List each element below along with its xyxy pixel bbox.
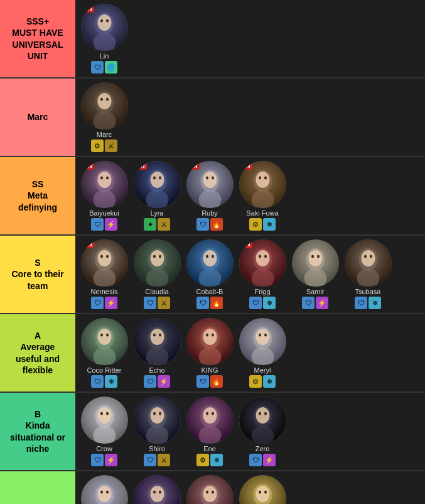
cn-badge: CN — [188, 162, 200, 170]
list-item[interactable]: Zero🛡⚡ — [237, 397, 288, 466]
list-item[interactable]: Huma🛡🔥 — [185, 475, 235, 504]
list-item[interactable]: CNRuby🛡🔥 — [185, 161, 235, 231]
list-item[interactable]: Pepper🛡⚡ — [237, 475, 288, 504]
character-icons: 🛡❄ — [91, 375, 117, 388]
character-icons: 🛡🌀 — [91, 61, 117, 74]
list-item[interactable]: Ene⚙❄ — [185, 397, 235, 466]
list-item[interactable]: Shiro🛡⚔ — [132, 397, 182, 466]
svg-point-26 — [159, 177, 161, 180]
svg-point-145 — [106, 491, 109, 494]
avatar: CN — [239, 239, 286, 287]
tier-content-sss: CNLin🛡🌀 — [75, 0, 425, 77]
svg-point-96 — [159, 334, 161, 337]
tier-label-b: B Kinda situational or niche — [0, 393, 75, 470]
svg-point-11 — [100, 98, 103, 101]
character-icons: 🛡⚡ — [249, 454, 276, 466]
list-item[interactable]: Samir🛡⚡ — [290, 239, 340, 309]
svg-point-61 — [212, 255, 214, 258]
lightning-icon: ⚡ — [105, 218, 117, 231]
ice-icon: ❄ — [210, 454, 223, 466]
avatar — [134, 239, 181, 287]
character-name: Samir — [306, 288, 325, 295]
svg-point-81 — [364, 255, 367, 258]
svg-point-136 — [256, 407, 269, 424]
svg-point-66 — [256, 250, 269, 266]
list-item[interactable]: CNSaki Fuwa⚙❄ — [237, 161, 288, 231]
list-item[interactable]: CNLyra✦⚔ — [132, 161, 182, 231]
svg-point-101 — [203, 329, 217, 345]
avatar — [239, 397, 286, 444]
character-name: Echo — [149, 366, 164, 374]
list-item[interactable]: CNLin🛡🌀 — [79, 4, 129, 74]
tier-label-ss: SS Meta definying — [0, 157, 75, 234]
shield-icon: 🛡 — [144, 297, 156, 309]
gold-icon: ⚙ — [249, 375, 262, 388]
tier-row-b: B Kinda situational or niche Crow🛡⚡ — [0, 393, 425, 471]
list-item[interactable]: Tsubasa🛡❄ — [343, 239, 393, 309]
sword-icon: ⚔ — [158, 297, 170, 309]
svg-point-45 — [97, 250, 111, 266]
tier-content-ss: CNBaiyuekui🛡⚡ CNLyra✦⚔ — [75, 157, 425, 234]
svg-point-115 — [97, 407, 111, 424]
shield-icon: 🛡 — [196, 218, 209, 231]
svg-point-124 — [159, 412, 161, 415]
fire-icon: 🔥 — [210, 218, 223, 231]
shield-icon: 🛡 — [196, 297, 209, 309]
svg-point-123 — [153, 412, 156, 415]
svg-point-17 — [97, 172, 111, 188]
tier-row-ss: SS Meta definying CNBaiyuekui🛡⚡ — [0, 157, 425, 236]
tier-label-sss: SSS+ MUST HAVE UNIVERSAL UNIT — [0, 0, 75, 77]
tier-row-a: A Average useful and flexible Coco Ritte… — [0, 314, 425, 393]
svg-point-150 — [150, 486, 164, 502]
list-item[interactable]: Cobalt-B🛡🔥 — [185, 239, 235, 309]
svg-point-159 — [212, 491, 214, 494]
list-item[interactable]: Meryl⚙❄ — [237, 318, 288, 388]
list-item[interactable]: Marc⚙⚔ — [79, 82, 129, 152]
character-icons: ⚙⚔ — [91, 140, 117, 152]
character-name: Nemesis — [91, 288, 118, 295]
character-name: Ene — [203, 445, 216, 452]
avatar — [186, 318, 234, 365]
svg-point-164 — [256, 486, 269, 502]
avatar — [186, 475, 234, 504]
avatar — [134, 397, 181, 444]
avatar — [134, 318, 181, 365]
character-name: Baiyuekui — [89, 209, 119, 217]
list-item[interactable]: Bai Ling🛡⚔ — [79, 475, 129, 504]
tier-content-s: CNNemesis🛡⚡ Claudia🛡⚔ — [75, 236, 425, 313]
ice-icon: ❄ — [369, 297, 381, 309]
character-name: KING — [202, 366, 218, 374]
list-item[interactable]: Echo🛡⚡ — [132, 318, 182, 388]
lightning-icon: ⚡ — [105, 454, 117, 466]
cn-badge: CN — [82, 162, 94, 170]
svg-point-143 — [97, 486, 111, 502]
character-icons: 🛡❄ — [249, 297, 276, 309]
cn-badge: CN — [240, 162, 252, 170]
svg-point-94 — [150, 329, 164, 345]
tier-label-goulag: Goulag — [0, 471, 75, 504]
list-item[interactable]: CNNemesis🛡⚡ — [79, 239, 129, 309]
svg-point-102 — [206, 334, 208, 337]
shield-icon: 🛡 — [91, 218, 104, 231]
list-item[interactable]: CNBaiyuekui🛡⚡ — [79, 161, 129, 231]
lightning-icon: ⚡ — [158, 375, 170, 388]
tier-content-b: Crow🛡⚡ Shiro🛡⚔ — [75, 393, 425, 470]
svg-point-25 — [153, 177, 156, 180]
list-item[interactable]: CNFrigg🛡❄ — [237, 239, 288, 309]
shield-icon: 🛡 — [302, 297, 315, 309]
list-item[interactable]: Claudia🛡⚔ — [132, 239, 182, 309]
svg-point-38 — [256, 172, 269, 188]
shield-icon: 🛡 — [249, 454, 262, 466]
list-item[interactable]: KING🛡🔥 — [185, 318, 235, 388]
fire-icon: 🔥 — [210, 297, 223, 309]
svg-point-31 — [203, 172, 217, 188]
character-icons: 🛡⚡ — [144, 375, 170, 388]
list-item[interactable]: Coco Ritter🛡❄ — [79, 318, 129, 388]
svg-point-12 — [106, 98, 109, 101]
list-item[interactable]: Hilda🛡🔥 — [132, 475, 182, 504]
avatar: CN — [81, 4, 128, 51]
svg-point-39 — [259, 177, 261, 180]
svg-point-116 — [100, 412, 103, 415]
tier-label-a: A Average useful and flexible — [0, 314, 75, 392]
list-item[interactable]: Crow🛡⚡ — [79, 397, 129, 466]
